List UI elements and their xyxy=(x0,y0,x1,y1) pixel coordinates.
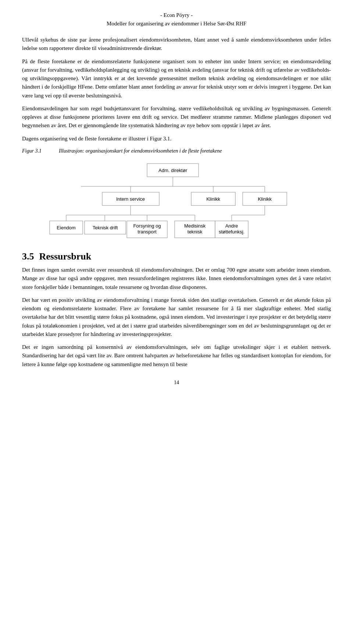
medisinsk-line2: teknisk xyxy=(188,229,203,235)
eiendom-label: Eiendom xyxy=(57,225,75,230)
paragraph-2-text: På de fleste foretakene er de eiendomsre… xyxy=(22,58,331,99)
section-number: 3.5 xyxy=(22,251,34,262)
klinikk2-label: Klinikk xyxy=(258,196,272,202)
paragraph-8: Det har vært en positiv utvikling av eie… xyxy=(22,296,331,339)
intern-service-label: Intern service xyxy=(116,196,145,202)
adm-dir-label: Adm. direktør xyxy=(158,168,188,173)
klinikk1-label: Klinikk xyxy=(206,196,220,202)
paragraph-5: Eiendomsavdelingen har som regel budsjet… xyxy=(22,104,331,130)
section-title: Ressursbruk xyxy=(39,251,92,262)
figure-row: Figur 3.1 Illustrasjon: organisasjonskar… xyxy=(22,147,331,155)
andre-line1: Andre xyxy=(225,223,238,229)
header-line1: - Econ Pöyry - xyxy=(22,11,331,19)
org-chart: Adm. direktør Intern service Klinikk Kli… xyxy=(22,160,331,244)
figure-label: Figur 3.1 xyxy=(22,147,55,155)
forsyning-line1: Forsyning og xyxy=(133,223,161,229)
header-line2: Modeller for organisering av eiendommer … xyxy=(22,19,331,28)
paragraph-6: Dagens organisering ved de fleste foreta… xyxy=(22,135,331,143)
andre-line2: støttefunksj. xyxy=(219,229,245,235)
medisinsk-line1: Medisinsk xyxy=(184,223,206,229)
teknisk-drift-label: Teknisk drift xyxy=(93,225,118,230)
page-number: 14 xyxy=(22,380,331,386)
paragraph-7: Det finnes ingen samlet oversikt over re… xyxy=(22,266,331,291)
paragraph-9: Det er ingen samordning på konsernnivå a… xyxy=(22,343,331,369)
page-header: - Econ Pöyry - Modeller for organisering… xyxy=(22,11,331,28)
paragraph-1: Ullevål sykehus de siste par årene profe… xyxy=(22,36,331,53)
section-heading: 3.5 Ressursbruk xyxy=(22,251,331,262)
figure-caption: Illustrasjon: organisasjonskart for eien… xyxy=(59,147,222,155)
paragraph-2: På de fleste foretakene er de eiendomsre… xyxy=(22,57,331,100)
forsyning-line2: transport xyxy=(138,229,157,235)
